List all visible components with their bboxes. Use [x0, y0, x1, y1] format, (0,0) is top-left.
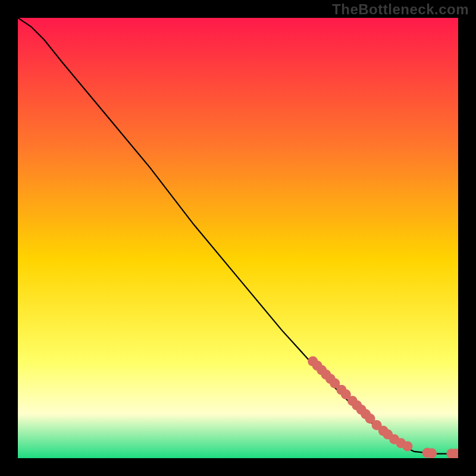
- plot-area: [18, 18, 458, 458]
- watermark-text: TheBottleneck.com: [332, 1, 469, 18]
- data-marker: [402, 441, 412, 452]
- data-marker: [427, 448, 437, 458]
- chart-svg: [18, 18, 458, 458]
- chart-stage: TheBottleneck.com: [0, 0, 476, 476]
- gradient-background: [18, 18, 458, 458]
